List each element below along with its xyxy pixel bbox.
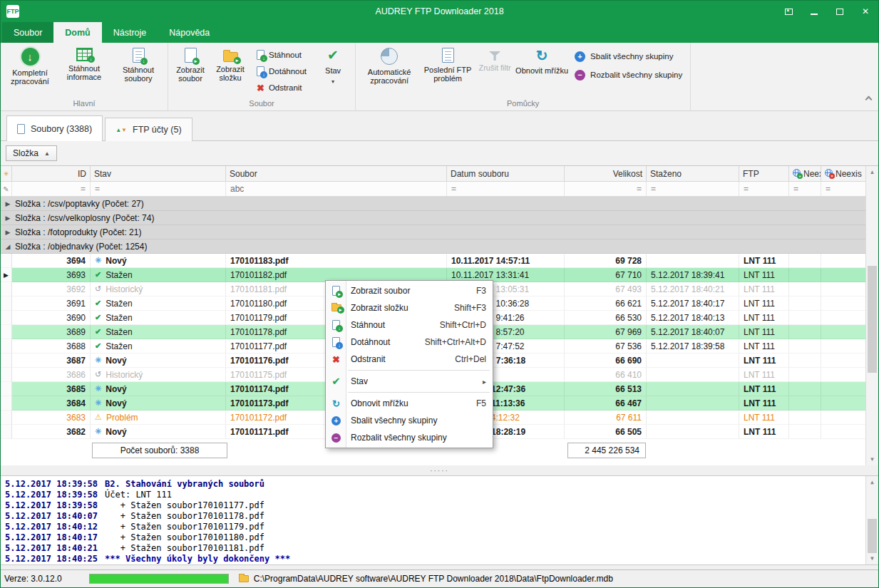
group-collapsed-icon[interactable]: ▶: [1, 229, 15, 236]
dotahnout-small-button[interactable]: ↓ Dotáhnout: [253, 63, 310, 79]
grid-vertical-scrollbar[interactable]: ▲ ▼: [865, 166, 878, 465]
column-header-neexistuje-ftp[interactable]: +Neexis: [789, 166, 821, 181]
odstranit-small-button[interactable]: ✖ Odstranit: [253, 80, 310, 96]
filter-cell-datum[interactable]: =: [447, 182, 565, 196]
kompletni-zpracovani-button[interactable]: ↓ Kompletní zpracování: [3, 44, 57, 98]
stahnout-soubory-button[interactable]: ↓ Stáhnout soubory: [111, 44, 165, 98]
ribbon-group-pomucky: Automatické zpracování Poslední FTP prob…: [356, 43, 691, 110]
filter-cell-velikost[interactable]: =: [565, 182, 647, 196]
download-info-icon: ↓: [76, 48, 93, 61]
obnovit-mrizku-button[interactable]: ↻ Obnovit mřížku: [515, 44, 569, 98]
app-window: FTP AUDREY FTP Downloader 2018 ✕ SouborD…: [0, 0, 879, 588]
zobrazit-slozku-button[interactable]: ▸ Zobrazit složku: [210, 44, 250, 98]
log-line: 5.12.2017 18:40:17 + Stažen soubor170101…: [5, 532, 878, 543]
group-expanded-icon[interactable]: ◢: [1, 243, 15, 250]
sbalit-skupiny-button[interactable]: + Sbalit všechny skupiny: [575, 48, 682, 64]
ribbon-tab-nastroje[interactable]: Nástroje: [102, 22, 158, 43]
cell-velikost: 67 969: [565, 325, 647, 339]
cell-ftp: LNT 111: [739, 425, 789, 439]
splitter-handle[interactable]: ·····: [1, 465, 878, 475]
zobrazit-soubor-button[interactable]: ▸ Zobrazit soubor: [170, 44, 210, 98]
log-line: 5.12.2017 18:39:58 + Stažen soubor170101…: [5, 500, 878, 511]
document-tab-soubory[interactable]: Soubory (3388): [6, 115, 103, 141]
menu-item-stahnout[interactable]: ↓StáhnoutShift+Ctrl+D: [326, 316, 493, 334]
menu-item-stav[interactable]: ✔Stav▸: [326, 373, 493, 390]
indicator-column-header[interactable]: ✳: [1, 166, 12, 181]
column-header-neexistuje-disk[interactable]: ×Neexis: [821, 166, 867, 181]
cell-stav: ↺Historický: [91, 282, 226, 296]
cell-stazeno: [647, 254, 739, 268]
menu-item-obnovit-mrizku[interactable]: ↻Obnovit mřížkuF5: [326, 395, 493, 412]
minimize-button[interactable]: [801, 1, 827, 22]
menu-item-zobrazit-slozku[interactable]: ▸Zobrazit složkuShift+F3: [326, 299, 493, 316]
close-icon: ✕: [862, 6, 869, 16]
filter-cell-neexistuje-disk[interactable]: =: [821, 182, 867, 196]
column-header-soubor[interactable]: Soubor: [226, 166, 447, 181]
cell-stazeno: 5.12.2017 18:40:07: [647, 325, 739, 339]
scroll-up-icon[interactable]: ▲: [866, 477, 878, 488]
scroll-down-icon[interactable]: ▼: [866, 454, 878, 465]
stahnout-informace-button[interactable]: ↓ Stáhnout informace: [57, 44, 111, 98]
menu-item-zobrazit-soubor[interactable]: ▸Zobrazit souborF3: [326, 282, 493, 299]
downloaded-check-icon: ✔: [95, 327, 101, 336]
menu-item-odstranit[interactable]: ✖OdstranitCtrl+Del: [326, 351, 493, 368]
group-row[interactable]: ▶Složka : /fotoprodukty (Počet: 21): [1, 225, 867, 239]
column-header-stav[interactable]: Stav: [91, 166, 226, 181]
menu-item-sbalit-vsechny-skupiny[interactable]: +Sbalit všechny skupiny: [326, 412, 493, 429]
automaticke-zpracovani-button[interactable]: Automatické zpracování: [358, 44, 421, 98]
filter-cell-ftp[interactable]: =: [739, 182, 789, 196]
column-header-ftp[interactable]: FTP: [739, 166, 789, 181]
stav-button[interactable]: ✔ Stav ▾: [313, 44, 353, 98]
ribbon-tab-domu[interactable]: Domů: [53, 22, 101, 43]
filter-cell-stazeno[interactable]: =: [647, 182, 739, 196]
status-check-icon: ✔: [328, 375, 344, 388]
group-by-chip-slozka[interactable]: Složka ▲: [6, 145, 57, 161]
scrollbar-thumb[interactable]: [868, 266, 877, 373]
database-path-row: [239, 575, 249, 582]
cell-ftp: LNT 111: [739, 339, 789, 354]
column-header-velikost[interactable]: Velikost: [565, 166, 647, 181]
log-vertical-scrollbar[interactable]: ▲ ▼: [865, 476, 878, 564]
new-sparkle-icon: ✳: [95, 256, 101, 265]
row-indicator: [1, 282, 12, 296]
document-tab-ftp-ucty[interactable]: ▲▼FTP účty (5): [105, 118, 192, 141]
window-controls: ✕: [776, 1, 878, 22]
group-collapsed-icon[interactable]: ▶: [1, 200, 15, 207]
cell-stav: ✳Nový: [91, 254, 226, 268]
history-icon: ↺: [95, 284, 101, 294]
filter-cell-soubor[interactable]: abc: [226, 182, 447, 196]
column-header-stazeno[interactable]: Staženo: [647, 166, 739, 181]
maximize-button[interactable]: [827, 1, 853, 22]
rozbalit-skupiny-button[interactable]: − Rozbalit všechny skupiny: [575, 67, 682, 83]
column-header-id[interactable]: ID: [12, 166, 91, 181]
ribbon-display-options-button[interactable]: [776, 1, 801, 22]
cell-neexistuje-ftp: [789, 311, 821, 325]
filter-cell-stav[interactable]: =: [91, 182, 226, 196]
cell-neexistuje-disk: [821, 382, 867, 396]
group-row[interactable]: ▶Složka : /csv/velkoplosny (Počet: 74): [1, 211, 867, 225]
scroll-up-icon[interactable]: ▲: [866, 167, 878, 177]
group-row[interactable]: ▶Složka : /csv/poptavky (Počet: 27): [1, 197, 867, 211]
cell-stav: ✳Nový: [91, 382, 226, 396]
scrollbar-thumb[interactable]: [868, 519, 877, 553]
filter-cell-id[interactable]: =: [12, 182, 91, 196]
posledni-ftp-problem-button[interactable]: Poslední FTP problém: [421, 44, 475, 98]
table-row[interactable]: 3694✳Nový170101183.pdf10.11.2017 14:57:1…: [1, 254, 867, 268]
ribbon-collapse-button[interactable]: [866, 92, 871, 105]
close-button[interactable]: ✕: [853, 1, 878, 22]
cell-velikost: 67 536: [565, 339, 647, 354]
ribbon-tab-napoveda[interactable]: Nápověda: [158, 22, 221, 43]
document-tab-label: Soubory (3388): [31, 124, 92, 134]
group-row-label: Složka : /csv/velkoplosny (Počet: 74): [15, 213, 154, 223]
scroll-down-icon[interactable]: ▼: [866, 553, 878, 564]
ribbon-tab-soubor[interactable]: Soubor: [2, 22, 53, 43]
cell-neexistuje-disk: [821, 368, 867, 382]
menu-item-dotahnout[interactable]: ↓DotáhnoutShift+Ctrl+Alt+D: [326, 334, 493, 351]
group-collapsed-icon[interactable]: ▶: [1, 215, 15, 222]
zrusit-filtr-button[interactable]: Zrušit filtr: [475, 44, 515, 98]
menu-item-rozbalit-vsechny-skupiny[interactable]: −Rozbalit všechny skupiny: [326, 429, 493, 446]
stahnout-small-button[interactable]: ↓ Stáhnout: [253, 47, 310, 63]
group-row[interactable]: ◢Složka : /objednavky (Počet: 1254): [1, 239, 867, 254]
column-header-datum[interactable]: Datum souboru: [447, 166, 565, 181]
filter-cell-neexistuje-ftp[interactable]: =: [789, 182, 821, 196]
